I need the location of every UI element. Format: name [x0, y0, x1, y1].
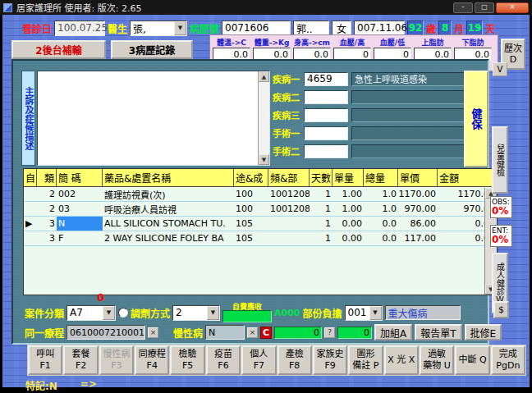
major-illness-field[interactable]: 重大傷病	[385, 305, 461, 320]
chart-no-field[interactable]: 0071606	[222, 21, 291, 36]
diagnosis-row-1: 疾病一 4659 急性上呼吸道感染	[273, 71, 465, 86]
status-bar: 特記:N =>	[25, 378, 97, 392]
adult-checkup-label: 成人健診	[494, 263, 507, 295]
surgery-code-field[interactable]	[304, 144, 348, 158]
ent-percentage-box: ENT: 0%	[490, 225, 512, 247]
family-history-button-f9[interactable]: 家族史 F9	[313, 345, 347, 375]
cell-total: 0.0	[364, 217, 398, 231]
case-type-select[interactable]: A7 ▼	[66, 305, 116, 321]
cell-price: 970.00	[398, 202, 438, 216]
zero-indicator: 0	[97, 291, 104, 304]
fbtn-key: 備註 P	[352, 360, 378, 372]
package-button-f2[interactable]: 套餐 F2	[63, 345, 98, 375]
fbtn-key: F7	[254, 360, 264, 372]
allergy-button-u[interactable]: 過敏 藥物 U	[420, 345, 454, 375]
years-label: 歲	[426, 21, 436, 35]
cell-code: 03	[57, 202, 103, 216]
batch-edit-button[interactable]: 批修E	[465, 324, 502, 340]
surgery-row-2: 手術二	[273, 144, 465, 158]
lab-button-f5[interactable]: 檢驗 F5	[170, 345, 204, 375]
dollar-button[interactable]: $	[493, 301, 509, 318]
xray-button-x[interactable]: X 光 X	[384, 345, 419, 375]
tab-backend-entry[interactable]: 2後台補輸	[11, 40, 106, 59]
table-row[interactable]: 3 F 2 WAY SILICONE FOLEY BA 105 1 0.00 0…	[24, 231, 497, 246]
graphic-note-button-p[interactable]: 圖形 備註 P	[348, 345, 383, 375]
chronic-field[interactable]: N	[205, 325, 245, 340]
cell-days: 1	[310, 231, 332, 245]
table-row[interactable]: 2 002 護理訪視費(次) 100 1001208 1 1.00 1.0 11…	[24, 187, 497, 202]
doctor-value: 張,	[133, 21, 146, 35]
chevron-down-icon[interactable]: ▼	[369, 306, 382, 320]
cell-total: 1.0	[364, 202, 398, 216]
diagnosis-code-field[interactable]	[304, 90, 348, 104]
table-row[interactable]: 2 03 呼吸治療人員訪視 100 1001208 1 1.00 1.0 970…	[24, 202, 497, 217]
chevron-down-icon[interactable]: ▼	[207, 306, 219, 320]
fbtn-key: F5	[182, 360, 193, 372]
fbtn-label: 檢驗	[179, 349, 197, 360]
chevron-down-icon[interactable]: ▼	[174, 21, 186, 35]
col-header-price: 單價	[398, 169, 438, 186]
chevron-down-icon[interactable]: ▼	[103, 306, 115, 320]
same-course-label: 同一療程	[25, 326, 64, 340]
complaint-scrollbar[interactable]: ▲ ▼	[258, 71, 269, 165]
v-button[interactable]: V	[493, 62, 507, 76]
titlebar: 居家護理所 使用者: 版次: 2.65 – □ ×	[0, 0, 532, 15]
clear-course-button[interactable]: ×	[148, 327, 158, 338]
case-type-label: 案件分類	[25, 306, 64, 320]
table-row-selected[interactable]: ▶ 3 N ALL SILICON STOMACH TU. 105 1 0.00…	[24, 217, 497, 231]
diagnosis-desc-field: 急性上呼吸道感染	[351, 72, 465, 86]
col-header-category: 類	[37, 169, 57, 186]
q-amount-field[interactable]: 0	[337, 327, 372, 339]
self-pay-field[interactable]	[222, 310, 272, 322]
birth-date-field[interactable]: 007.11.06	[354, 21, 405, 36]
nhi-button[interactable]: 健保	[464, 71, 488, 167]
same-course-button-f4[interactable]: 同療程 F4	[135, 345, 169, 375]
call-button-f1[interactable]: 呼叫 F1	[28, 345, 62, 375]
clear-chronic-button[interactable]: ×	[247, 327, 258, 338]
selected-code-cell[interactable]: N	[57, 217, 103, 231]
app-window: 居家護理所 使用者: 版次: 2.65 – □ × 看診日 100.07.25 …	[0, 0, 532, 393]
maximize-button[interactable]: □	[475, 2, 494, 13]
report-button[interactable]: 報告單T	[415, 324, 461, 340]
col-header-code: 簡 碼	[57, 169, 103, 186]
child-checkup-button[interactable]: 兒童健檢	[492, 126, 508, 194]
cell-route: 100	[234, 202, 268, 216]
add-group-button[interactable]: 加組A	[374, 324, 412, 340]
diagnosis-desc-field	[351, 90, 465, 104]
chronic-button-f3: 慢性病 F3	[99, 345, 134, 375]
same-course-field[interactable]: 0610007210001	[66, 325, 145, 340]
scroll-up-icon[interactable]: ▲	[259, 71, 269, 82]
diagnosis-code-field[interactable]	[304, 108, 348, 122]
copay-select[interactable]: 001 ▼	[345, 305, 383, 321]
dispense-select[interactable]: 2 ▼	[172, 305, 220, 321]
vaccine-button-f6[interactable]: 疫苗 F6	[206, 345, 241, 375]
dispense-radio[interactable]	[118, 308, 128, 318]
prenatal-button-f8[interactable]: 產檢 F8	[277, 345, 312, 375]
scroll-down-icon[interactable]: ▼	[259, 154, 269, 165]
diagnosis-row-2: 疾病二	[273, 89, 465, 104]
complaint-textarea[interactable]: ▲ ▼	[37, 71, 270, 166]
minimize-button[interactable]: –	[453, 2, 473, 13]
visit-date-field[interactable]: 100.07.25	[54, 21, 105, 36]
tab-bar: 2後台補輸 3病歷記錄	[11, 40, 193, 59]
c-amount-field[interactable]: 0	[274, 327, 322, 339]
interrupt-button-q[interactable]: 中斷 Q	[455, 345, 489, 375]
diagnosis-label: 疾病一	[273, 72, 300, 85]
vital-label: 體重->Kg	[253, 37, 291, 48]
personal-button-f7[interactable]: 個人 F7	[241, 345, 276, 375]
gender-field[interactable]: 女	[332, 21, 351, 36]
months-label: 月	[454, 21, 464, 35]
col-header-total: 總量	[364, 169, 398, 186]
patient-name-field[interactable]: 郭..	[293, 21, 329, 36]
surgery-label: 手術二	[273, 144, 300, 158]
fbtn-key: F9	[324, 360, 335, 372]
cell-dose: 1.00	[332, 202, 364, 216]
tab-medical-records[interactable]: 3病歷記錄	[111, 40, 193, 59]
doctor-select[interactable]: 張, ▼	[130, 21, 187, 36]
close-button[interactable]: ×	[496, 2, 529, 13]
history-button-key: D	[510, 54, 516, 65]
complete-button-pgdn[interactable]: 完成 PgDn	[491, 345, 525, 375]
diagnosis-code-field[interactable]: 4659	[304, 72, 348, 86]
question-button[interactable]: ?	[324, 327, 335, 338]
surgery-code-field[interactable]	[304, 126, 348, 140]
